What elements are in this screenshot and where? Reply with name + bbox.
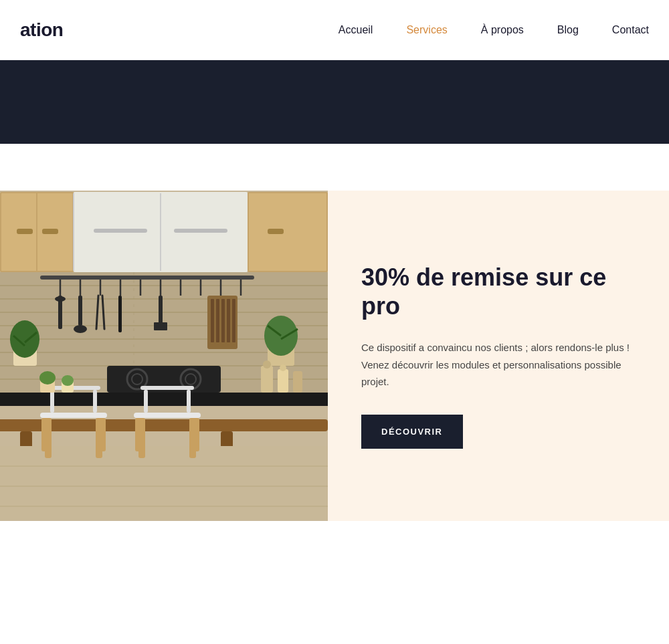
svg-point-94 bbox=[263, 360, 271, 368]
logo: ation bbox=[20, 19, 63, 41]
promo-title: 30% de remise sur ce pro bbox=[361, 263, 636, 320]
svg-point-36 bbox=[55, 296, 66, 302]
svg-rect-43 bbox=[154, 322, 167, 330]
nav-link-services[interactable]: Services bbox=[406, 24, 447, 35]
nav-link-blog[interactable]: Blog bbox=[557, 24, 579, 35]
svg-rect-12 bbox=[249, 193, 326, 271]
svg-rect-86 bbox=[193, 418, 199, 451]
svg-rect-79 bbox=[134, 413, 201, 418]
svg-rect-74 bbox=[93, 390, 97, 413]
svg-rect-49 bbox=[232, 299, 235, 342]
nav-item-accueil[interactable]: Accueil bbox=[339, 24, 373, 36]
svg-rect-71 bbox=[40, 413, 107, 418]
svg-rect-37 bbox=[78, 296, 82, 326]
svg-rect-10 bbox=[174, 229, 227, 233]
bottom-space bbox=[0, 521, 669, 601]
promo-description: Ce dispositif a convaincu nos clients ; … bbox=[361, 339, 636, 391]
svg-rect-85 bbox=[135, 418, 142, 451]
svg-rect-93 bbox=[293, 371, 302, 393]
svg-rect-80 bbox=[140, 386, 194, 390]
svg-rect-73 bbox=[50, 390, 54, 413]
dark-banner bbox=[0, 60, 669, 144]
svg-point-90 bbox=[62, 375, 74, 386]
nav-link-apropos[interactable]: À propos bbox=[481, 24, 524, 35]
svg-rect-13 bbox=[268, 229, 284, 234]
svg-rect-41 bbox=[118, 296, 122, 332]
nav-item-blog[interactable]: Blog bbox=[557, 24, 579, 36]
spacer bbox=[0, 144, 669, 191]
svg-rect-47 bbox=[221, 299, 225, 342]
nav-links: Accueil Services À propos Blog Contact bbox=[339, 24, 649, 36]
promo-image bbox=[0, 191, 328, 521]
nav-link-accueil[interactable]: Accueil bbox=[339, 24, 373, 35]
svg-rect-9 bbox=[94, 229, 147, 233]
svg-rect-81 bbox=[144, 390, 148, 413]
svg-point-51 bbox=[10, 320, 39, 358]
svg-point-95 bbox=[280, 364, 286, 371]
decouvrir-button[interactable]: DÉCOUVRIR bbox=[361, 415, 463, 449]
promo-section: 30% de remise sur ce pro Ce dispositif a… bbox=[0, 191, 669, 521]
nav-item-apropos[interactable]: À propos bbox=[481, 24, 524, 36]
svg-rect-45 bbox=[211, 299, 214, 342]
svg-rect-48 bbox=[227, 299, 230, 342]
svg-rect-58 bbox=[0, 393, 328, 406]
svg-point-38 bbox=[74, 325, 87, 333]
svg-rect-92 bbox=[278, 369, 288, 393]
navbar: ation Accueil Services À propos Blog Con… bbox=[0, 0, 669, 60]
svg-point-88 bbox=[39, 371, 56, 385]
svg-rect-4 bbox=[17, 229, 33, 234]
svg-rect-78 bbox=[99, 418, 106, 451]
svg-rect-77 bbox=[41, 418, 48, 451]
nav-item-services[interactable]: Services bbox=[406, 24, 447, 36]
nav-link-contact[interactable]: Contact bbox=[612, 24, 649, 35]
svg-rect-5 bbox=[42, 229, 58, 234]
nav-item-contact[interactable]: Contact bbox=[612, 24, 649, 36]
svg-rect-24 bbox=[40, 276, 254, 280]
svg-rect-82 bbox=[187, 390, 191, 413]
svg-rect-91 bbox=[261, 366, 273, 393]
svg-rect-46 bbox=[216, 299, 219, 342]
promo-content: 30% de remise sur ce pro Ce dispositif a… bbox=[328, 191, 669, 521]
